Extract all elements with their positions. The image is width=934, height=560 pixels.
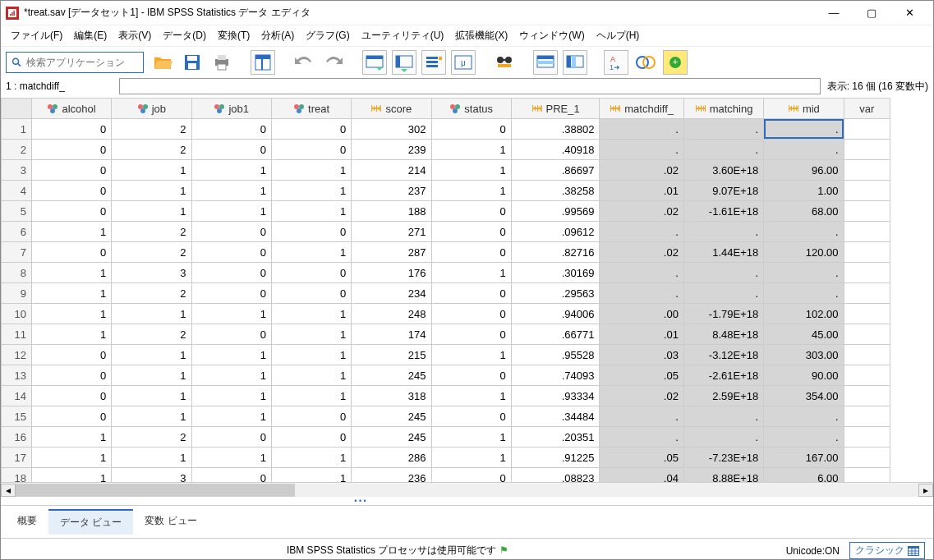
cell[interactable]: .86697 (511, 160, 600, 181)
redo-button[interactable] (321, 50, 346, 75)
row-header[interactable]: 3 (2, 160, 32, 181)
column-header-matching[interactable]: matching (683, 99, 763, 119)
cell[interactable]: 1 (112, 448, 191, 468)
cell[interactable]: . (683, 427, 763, 448)
find-button[interactable] (492, 50, 517, 75)
cell[interactable]: .38802 (511, 119, 600, 140)
cell[interactable]: 1 (191, 304, 271, 324)
cell[interactable]: -3.12E+18 (683, 345, 763, 365)
search-input[interactable] (25, 56, 138, 69)
cell[interactable]: . (600, 263, 683, 283)
cell[interactable]: 0 (31, 181, 111, 201)
cell[interactable]: 0 (31, 140, 111, 160)
cell[interactable]: .82716 (511, 242, 600, 263)
cell[interactable]: 234 (352, 283, 431, 304)
cell-empty[interactable] (844, 201, 890, 222)
cell[interactable]: 245 (352, 406, 431, 427)
classic-mode-button[interactable]: クラシック (849, 542, 925, 559)
cell[interactable]: 9.07E+18 (683, 181, 763, 201)
menu-data[interactable]: データ(D) (158, 27, 211, 44)
row-header[interactable]: 2 (2, 140, 32, 160)
cell[interactable]: -1.61E+18 (683, 201, 763, 222)
cell[interactable]: 0 (191, 427, 271, 448)
splitter-grip[interactable]: • • • (1, 497, 933, 505)
cell[interactable]: 0 (431, 406, 511, 427)
cell[interactable]: 287 (352, 242, 431, 263)
row-header[interactable]: 11 (2, 324, 32, 345)
cell[interactable]: 0 (431, 201, 511, 222)
cell[interactable]: 0 (31, 386, 111, 406)
cell[interactable]: 248 (352, 304, 431, 324)
cell[interactable]: 167.00 (764, 448, 844, 468)
cell-empty[interactable] (844, 222, 890, 242)
cell[interactable]: .01 (600, 324, 683, 345)
cell[interactable]: . (683, 222, 763, 242)
cell[interactable]: 286 (352, 448, 431, 468)
cell[interactable]: 1 (271, 242, 351, 263)
cell[interactable]: 1 (271, 448, 351, 468)
cell[interactable]: 2 (112, 324, 191, 345)
scroll-thumb[interactable] (16, 484, 295, 497)
recall-dialog-button[interactable] (251, 50, 275, 75)
column-header-status[interactable]: status (431, 99, 511, 119)
cell[interactable]: .40918 (511, 140, 600, 160)
cell[interactable]: -1.79E+18 (683, 304, 763, 324)
save-button[interactable] (180, 50, 205, 75)
cell[interactable]: 1 (112, 386, 191, 406)
menu-window[interactable]: ウィンドウ(W) (514, 27, 589, 44)
cell[interactable]: 237 (352, 181, 431, 201)
cell[interactable]: 1 (431, 181, 511, 201)
scroll-right-button[interactable]: ▸ (918, 484, 933, 497)
cell[interactable]: 245 (352, 427, 431, 448)
menu-extensions[interactable]: 拡張機能(X) (450, 27, 513, 44)
cell[interactable]: 2 (112, 427, 191, 448)
cell[interactable]: 0 (191, 119, 271, 140)
cell[interactable]: 318 (352, 386, 431, 406)
cell[interactable]: 1 (31, 304, 111, 324)
cell[interactable]: .05 (600, 448, 683, 468)
cell[interactable]: 1 (31, 222, 111, 242)
cell-empty[interactable] (844, 468, 890, 483)
cell[interactable]: 0 (31, 345, 111, 365)
cell[interactable]: 0 (431, 304, 511, 324)
cell[interactable]: .02 (600, 386, 683, 406)
corner-cell[interactable] (2, 99, 32, 119)
row-header[interactable]: 5 (2, 201, 32, 222)
cell[interactable]: 0 (191, 222, 271, 242)
cell[interactable]: . (764, 222, 844, 242)
cell[interactable]: 0 (271, 119, 351, 140)
cell[interactable]: .02 (600, 160, 683, 181)
menu-analyze[interactable]: 分析(A) (256, 27, 299, 44)
cell[interactable]: 1 (271, 201, 351, 222)
cell[interactable]: . (600, 406, 683, 427)
cell[interactable]: 1 (112, 201, 191, 222)
cell[interactable]: 0 (271, 263, 351, 283)
row-header[interactable]: 7 (2, 242, 32, 263)
row-header[interactable]: 6 (2, 222, 32, 242)
cell-empty[interactable] (844, 448, 890, 468)
run-descriptives-button[interactable]: μ (451, 50, 476, 75)
cell[interactable]: 239 (352, 140, 431, 160)
cell[interactable]: . (683, 283, 763, 304)
cell[interactable]: 1 (31, 427, 111, 448)
row-header[interactable]: 17 (2, 448, 32, 468)
cell[interactable]: . (764, 263, 844, 283)
row-header[interactable]: 16 (2, 427, 32, 448)
search-box[interactable] (6, 52, 144, 73)
cell-empty[interactable] (844, 304, 890, 324)
cell[interactable]: . (683, 406, 763, 427)
cell[interactable]: 102.00 (764, 304, 844, 324)
cell[interactable]: 1 (191, 201, 271, 222)
row-header[interactable]: 14 (2, 386, 32, 406)
cell[interactable]: 0 (431, 222, 511, 242)
cell[interactable]: . (600, 283, 683, 304)
cell-empty[interactable] (844, 140, 890, 160)
column-header-mid[interactable]: mid (764, 99, 844, 119)
row-header[interactable]: 12 (2, 345, 32, 365)
cell[interactable]: 1.00 (764, 181, 844, 201)
cell[interactable]: 302 (352, 119, 431, 140)
weight-cases-button[interactable] (633, 50, 658, 75)
insert-variable-button[interactable] (563, 50, 587, 75)
cell[interactable]: 0 (191, 468, 271, 483)
cell[interactable]: 1 (191, 181, 271, 201)
